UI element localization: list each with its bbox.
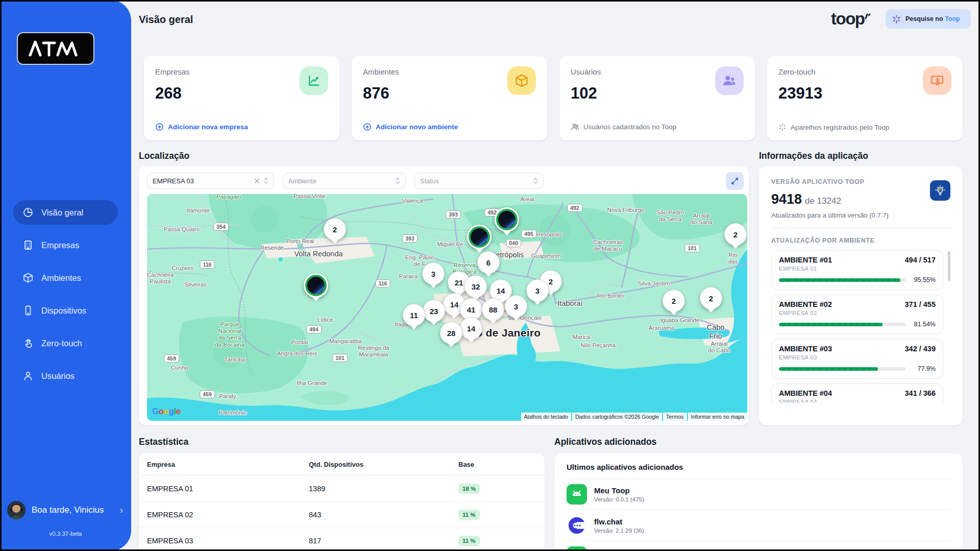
ambiente-percent: 77.9% <box>911 365 936 372</box>
localizacao-title: Localização <box>139 151 189 161</box>
sidebar-item-empresas[interactable]: Empresas <box>13 233 118 257</box>
cluster-marker[interactable]: 3 <box>526 279 549 302</box>
device-thumbnail <box>496 209 518 230</box>
select-chevrons-icon <box>395 177 400 184</box>
ambiente-ratio: 494 / 517 <box>905 256 936 264</box>
ambiente-list[interactable]: AMBIENTE #01494 / 517EMPRESA 0195.55%AMB… <box>771 250 950 402</box>
sidebar-item-label: Zero-touch <box>41 339 82 348</box>
cube-stat-icon <box>507 66 536 95</box>
qtd-cell: 1389 <box>301 476 450 502</box>
version-note: Atualizados para a última versão (0.7.7) <box>771 211 950 219</box>
pie-icon <box>22 207 34 218</box>
touch-icon <box>22 338 34 349</box>
ambiente-card: AMBIENTE #04341 / 366EMPRESA 0493.17% <box>771 384 943 402</box>
search-button[interactable]: Pesquise no Toop <box>886 9 971 29</box>
cluster-marker[interactable]: 88 <box>482 298 504 321</box>
progress-fill <box>779 323 883 326</box>
column-header: Base <box>450 453 545 476</box>
toop-logo: toop <box>831 9 871 29</box>
bulb-icon <box>930 180 950 201</box>
filter-empresa[interactable]: EMPRESA 03 <box>147 173 274 189</box>
stat-cards-row: Empresas268Adicionar nova empresaAmbient… <box>144 56 963 140</box>
cluster-marker[interactable]: 11 <box>403 304 425 326</box>
stat-card-zero-touch: Zero-touch23913Aparelhos registrados pel… <box>767 56 963 140</box>
cluster-marker[interactable]: 2 <box>700 287 722 309</box>
sidebar-item-zero-touch[interactable]: Zero-touch <box>13 331 118 355</box>
device-marker[interactable] <box>304 273 328 298</box>
toop-logo-mark <box>864 12 871 20</box>
app-name: Meu Toop <box>594 486 644 495</box>
select-chevrons-icon <box>263 177 268 184</box>
total-count: de 13242 <box>805 196 841 206</box>
attribution-link[interactable]: Atalhos do teclado <box>521 413 571 421</box>
cluster-marker[interactable]: 28 <box>440 322 462 344</box>
sidebar-nav: Visão geralEmpresasAmbientesDispositivos… <box>13 200 118 396</box>
cluster-marker[interactable]: 2 <box>663 290 685 312</box>
plus-circle-icon <box>363 123 372 131</box>
clear-icon[interactable] <box>254 178 260 184</box>
select-chevrons-icon <box>533 177 538 184</box>
stat-note: Aparelhos registrados pelo Toop <box>778 123 889 131</box>
chevron-right-icon[interactable]: › <box>120 505 124 516</box>
cluster-marker[interactable]: 3 <box>422 262 445 285</box>
filter-ambiente[interactable]: Ambiente <box>283 173 406 189</box>
attribution-link[interactable]: Dados cartográficos ©2026 Google <box>572 413 662 421</box>
qtd-cell: 843 <box>301 502 450 528</box>
sidebar-item-visao-geral[interactable]: Visão geral <box>13 200 118 225</box>
sidebar-item-label: Visão geral <box>41 208 83 218</box>
greeting-text: Boa tarde, Vinicius <box>32 505 104 515</box>
stat-card-empresas: Empresas268Adicionar nova empresa <box>144 56 339 140</box>
ambiente-company: EMPRESA 01 <box>779 266 936 272</box>
app-name: Fênix Sat Teclado <box>594 548 658 551</box>
divider <box>771 228 950 229</box>
cluster-marker[interactable]: 14 <box>460 317 482 340</box>
cube-icon <box>22 272 34 283</box>
apps-title: Aplicativos adicionados <box>554 437 656 447</box>
cluster-marker[interactable]: 32 <box>464 275 487 298</box>
base-badge: 18 % <box>458 484 480 494</box>
sidebar-item-label: Empresas <box>41 241 79 250</box>
sidebar-item-ambientes[interactable]: Ambientes <box>13 266 118 290</box>
scrollbar-thumb[interactable] <box>948 251 950 281</box>
attribution-link[interactable]: Termos <box>663 413 687 421</box>
app-info-card: VERSÃO APLICATIVO TOOP 9418de 13242 Atua… <box>759 166 963 425</box>
stat-action-link[interactable]: Adicionar nova empresa <box>155 123 248 131</box>
ambiente-name: AMBIENTE #02 <box>779 300 832 308</box>
attribution-link[interactable]: Informar erro no mapa <box>688 413 747 421</box>
table-row: EMPRESA 0284311 % <box>139 502 545 528</box>
stat-card-usuários: Usuários102Usuários cadastrados no Toop <box>559 56 755 140</box>
map-expand-button[interactable] <box>726 172 744 190</box>
cluster-marker[interactable]: 6 <box>477 251 500 274</box>
user-menu[interactable]: Boa tarde, Vinicius › <box>7 501 124 519</box>
column-header: Empresa <box>139 453 301 476</box>
touch-stat-icon <box>923 66 951 95</box>
progress-track <box>779 278 906 282</box>
user-icon <box>22 370 34 381</box>
device-marker[interactable] <box>467 225 492 249</box>
ambiente-name: AMBIENTE #03 <box>779 345 832 353</box>
atm-logo <box>17 32 94 65</box>
filter-status[interactable]: Status <box>414 173 544 189</box>
app-list-item: Fênix Sat TecladoVersão: 3.2 (17) <box>567 541 950 551</box>
cluster-marker[interactable]: 3 <box>505 295 527 318</box>
qtd-cell: 817 <box>301 528 450 551</box>
sparkle-icon <box>892 14 901 24</box>
device-marker[interactable] <box>495 207 519 232</box>
ambiente-ratio: 341 / 366 <box>905 389 936 397</box>
ambiente-company: EMPRESA 04 <box>779 399 936 402</box>
cluster-marker[interactable]: 2 <box>324 218 346 241</box>
ambiente-ratio: 342 / 439 <box>905 345 936 353</box>
users-sm-icon <box>571 123 579 131</box>
users-stat-icon <box>715 66 744 95</box>
wand-icon <box>778 123 787 131</box>
app-version-text: Versão: 2.1.29 (36) <box>594 528 644 534</box>
ambiente-list-title: ATUALIZAÇÃO POR AMBIENTE <box>771 237 950 244</box>
sidebar-item-label: Usuários <box>41 371 75 381</box>
cluster-marker[interactable]: 2 <box>724 223 747 246</box>
sidebar-item-usuarios[interactable]: Usuários <box>13 364 118 388</box>
page-title: Visão geral <box>139 14 193 26</box>
sidebar-item-dispositivos[interactable]: Dispositivos <box>13 298 118 323</box>
cluster-marker[interactable]: 23 <box>423 300 445 322</box>
stat-action-link[interactable]: Adicionar novo ambiente <box>363 123 458 131</box>
google-map[interactable]: PapagaioPassa-VinteItamontePassa QuatroC… <box>147 194 747 421</box>
